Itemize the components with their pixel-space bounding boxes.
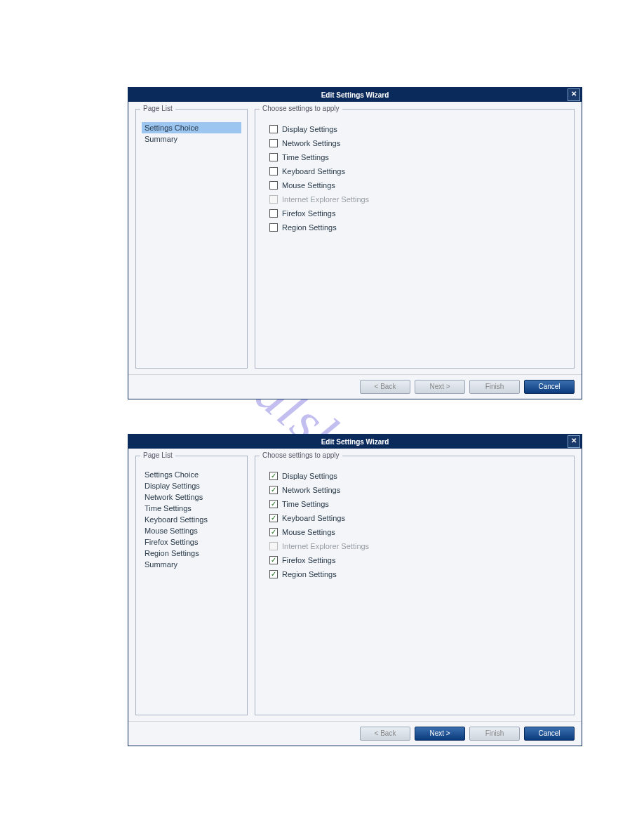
page-list-legend: Page List [140,105,175,112]
list-item[interactable]: Network Settings [142,491,241,503]
checkbox-icon[interactable]: ✓ [269,570,278,578]
checkbox-icon[interactable] [269,139,278,147]
list-item[interactable]: Settings Choice [142,122,241,133]
setting-option: Internet Explorer Settings [269,195,568,204]
choose-settings-fieldset: Choose settings to apply Display Setting… [255,109,575,369]
wizard-dialog-1: Edit Settings Wizard ✕ Page List Setting… [128,87,582,399]
close-icon[interactable]: ✕ [568,88,580,101]
option-label: Time Settings [282,153,329,161]
next-button[interactable]: Next > [415,727,465,741]
option-label: Region Settings [282,570,337,578]
checkbox-icon[interactable]: ✓ [269,514,278,522]
list-item[interactable]: Settings Choice [142,469,241,480]
checkbox-icon[interactable] [269,209,278,218]
setting-option: Internet Explorer Settings [269,542,568,550]
close-icon[interactable]: ✕ [568,435,580,448]
checkbox-icon[interactable]: ✓ [269,500,278,508]
page-list-fieldset: Page List Settings ChoiceDisplay Setting… [135,456,248,715]
button-bar: < BackNext >FinishCancel [128,721,582,746]
choose-settings-fieldset: Choose settings to apply ✓Display Settin… [255,456,575,715]
list-item[interactable]: Firefox Settings [142,536,241,548]
setting-option: Display Settings [269,125,568,133]
dialog-title: Edit Settings Wizard [321,91,389,99]
back-button: < Back [360,380,410,394]
setting-option: ✓Time Settings [269,500,568,508]
checkbox-icon[interactable]: ✓ [269,472,278,480]
option-label: Network Settings [282,139,340,147]
page-list-fieldset: Page List Settings ChoiceSummary [135,109,248,369]
option-label: Region Settings [282,223,337,232]
option-label: Firefox Settings [282,556,335,564]
option-label: Time Settings [282,500,329,508]
checkbox-icon[interactable]: ✓ [269,528,278,536]
dialog-title: Edit Settings Wizard [321,438,389,446]
checkbox-icon [269,542,278,550]
setting-option: ✓Keyboard Settings [269,514,568,522]
list-item[interactable]: Summary [142,133,241,145]
checkbox-icon[interactable]: ✓ [269,556,278,564]
option-label: Keyboard Settings [282,167,345,176]
setting-option: Keyboard Settings [269,167,568,176]
choose-settings-legend: Choose settings to apply [260,451,342,459]
cancel-button[interactable]: Cancel [524,727,575,741]
checkbox-icon [269,195,278,204]
setting-option: Region Settings [269,223,568,232]
setting-option: Firefox Settings [269,209,568,218]
checkbox-icon[interactable] [269,153,278,161]
setting-option: ✓Network Settings [269,486,568,494]
cancel-button[interactable]: Cancel [524,380,575,394]
option-label: Firefox Settings [282,209,335,218]
option-label: Internet Explorer Settings [282,195,369,204]
option-label: Display Settings [282,125,337,133]
wizard-dialog-2: Edit Settings Wizard ✕ Page List Setting… [128,434,582,746]
list-item[interactable]: Summary [142,559,241,570]
checkbox-icon[interactable]: ✓ [269,486,278,494]
finish-button: Finish [469,727,520,741]
choose-settings-legend: Choose settings to apply [260,105,342,112]
page-list[interactable]: Settings ChoiceDisplay SettingsNetwork S… [142,469,241,570]
page-list[interactable]: Settings ChoiceSummary [142,122,241,145]
option-label: Keyboard Settings [282,514,345,522]
option-label: Mouse Settings [282,528,335,536]
checkbox-icon[interactable] [269,181,278,190]
back-button: < Back [360,727,410,741]
setting-option: ✓Display Settings [269,472,568,480]
setting-option: ✓Region Settings [269,570,568,578]
option-label: Network Settings [282,486,340,494]
checkbox-icon[interactable] [269,167,278,176]
option-label: Display Settings [282,472,337,480]
checkbox-icon[interactable] [269,223,278,232]
finish-button: Finish [469,380,520,394]
option-label: Mouse Settings [282,181,335,190]
setting-option: Time Settings [269,153,568,161]
button-bar: < BackNext >FinishCancel [128,374,582,399]
titlebar: Edit Settings Wizard ✕ [128,435,582,449]
titlebar: Edit Settings Wizard ✕ [128,88,582,102]
setting-option: Network Settings [269,139,568,147]
list-item[interactable]: Time Settings [142,503,241,514]
page-list-legend: Page List [140,451,175,459]
list-item[interactable]: Mouse Settings [142,525,241,536]
list-item[interactable]: Display Settings [142,480,241,491]
option-label: Internet Explorer Settings [282,542,369,550]
list-item[interactable]: Keyboard Settings [142,514,241,525]
next-button: Next > [415,380,465,394]
setting-option: ✓Firefox Settings [269,556,568,564]
list-item[interactable]: Region Settings [142,548,241,559]
setting-option: Mouse Settings [269,181,568,190]
checkbox-icon[interactable] [269,125,278,133]
setting-option: ✓Mouse Settings [269,528,568,536]
